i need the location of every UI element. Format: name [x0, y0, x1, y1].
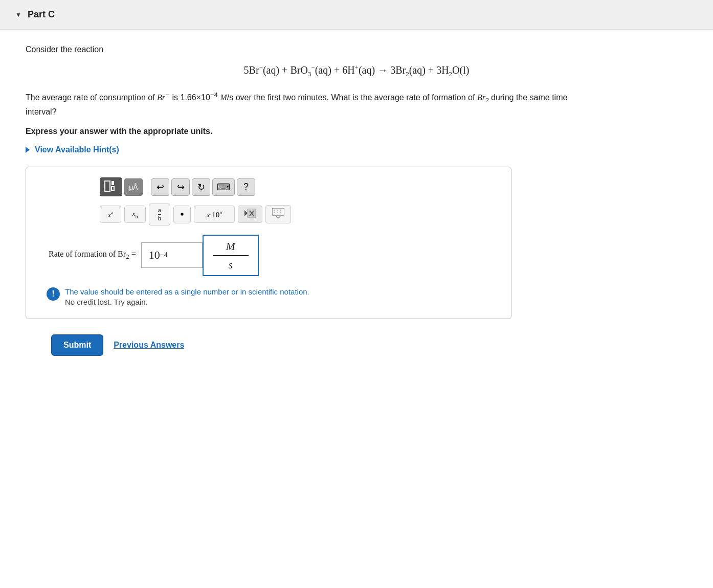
- warning-row: ! The value should be entered as a singl…: [38, 286, 499, 307]
- warning-message: The value should be entered as a single …: [65, 286, 309, 307]
- rate-label: Rate of formation of Br2 =: [49, 250, 136, 261]
- unit-fraction-box[interactable]: M s: [203, 235, 259, 276]
- undo-button[interactable]: ↩: [151, 178, 169, 196]
- mu-button[interactable]: μÅ: [124, 178, 143, 196]
- svg-rect-1: [112, 181, 114, 185]
- hint-arrow-icon: [26, 147, 30, 153]
- hint-link-label: View Available Hint(s): [35, 145, 119, 154]
- superscript-icon: xa: [107, 210, 113, 219]
- collapse-arrow-icon[interactable]: ▼: [15, 11, 21, 18]
- expand-keyboard-button[interactable]: [265, 205, 291, 223]
- backspace-icon: [244, 209, 256, 220]
- part-header: ▼ Part C: [0, 0, 713, 30]
- input-value: 10: [149, 248, 160, 262]
- number-input[interactable]: 10−4: [141, 242, 203, 268]
- previous-answers-link[interactable]: Previous Answers: [114, 341, 184, 350]
- keyboard-icon: ⌨: [217, 182, 230, 193]
- warning-line1: The value should be entered as a single …: [65, 286, 309, 298]
- help-icon: ?: [243, 182, 249, 192]
- input-area: 10−4 M s: [141, 235, 259, 276]
- redo-button[interactable]: ↪: [171, 178, 190, 196]
- fraction-icon: ab: [158, 207, 162, 222]
- redo-icon: ↪: [177, 182, 185, 193]
- svg-rect-2: [112, 187, 114, 191]
- help-button[interactable]: ?: [237, 178, 255, 196]
- express-answer-label: Express your answer with the appropriate…: [26, 127, 687, 136]
- submit-button[interactable]: Submit: [51, 334, 103, 356]
- chemical-equation: 5Br−(aq) + BrO3−(aq) + 6H+(aq) → 3Br2(aq…: [26, 63, 687, 78]
- consider-label: Consider the reaction: [26, 45, 687, 54]
- subscript-button[interactable]: xb: [124, 206, 146, 223]
- unit-numerator: M: [213, 240, 249, 256]
- superscript-button[interactable]: xa: [100, 206, 121, 223]
- expand-keyboard-icon: [272, 208, 284, 220]
- svg-rect-7: [272, 208, 284, 215]
- part-title: Part C: [28, 9, 55, 20]
- description-text: The average rate of consumption of Br− i…: [26, 89, 588, 119]
- toolbar-row-1: μÅ ↩ ↪ ↻ ⌨ ?: [38, 177, 499, 196]
- template-button[interactable]: [100, 177, 122, 196]
- scientific-notation-button[interactable]: x·10n: [194, 206, 235, 223]
- main-content: Consider the reaction 5Br−(aq) + BrO3−(a…: [0, 30, 713, 371]
- refresh-icon: ↻: [197, 182, 205, 193]
- template-icon: [104, 180, 118, 193]
- answer-box: μÅ ↩ ↪ ↻ ⌨ ? xa xb: [26, 167, 511, 319]
- undo-icon: ↩: [157, 182, 164, 193]
- mu-label: μÅ: [129, 183, 138, 191]
- refresh-button[interactable]: ↻: [192, 178, 210, 196]
- svg-rect-0: [105, 181, 110, 191]
- keyboard-toolbar-button[interactable]: ⌨: [212, 178, 235, 196]
- hint-link[interactable]: View Available Hint(s): [26, 145, 687, 154]
- rate-row: Rate of formation of Br2 = 10−4 M s: [38, 235, 499, 276]
- warning-line2: No credit lost. Try again.: [65, 298, 309, 306]
- fraction-button[interactable]: ab: [149, 203, 170, 225]
- toolbar-row-2: xa xb ab • x·10n: [38, 203, 499, 225]
- input-exponent: −4: [160, 251, 168, 259]
- bottom-row: Submit Previous Answers: [26, 329, 687, 356]
- subscript-icon: xb: [132, 210, 138, 219]
- backspace-button[interactable]: [238, 206, 262, 223]
- unit-denominator: s: [229, 258, 233, 271]
- warning-icon: !: [47, 287, 60, 301]
- sci-notation-icon: x·10n: [207, 210, 222, 219]
- svg-marker-3: [244, 210, 248, 216]
- dot-button[interactable]: •: [173, 206, 191, 223]
- dot-icon: •: [180, 209, 184, 220]
